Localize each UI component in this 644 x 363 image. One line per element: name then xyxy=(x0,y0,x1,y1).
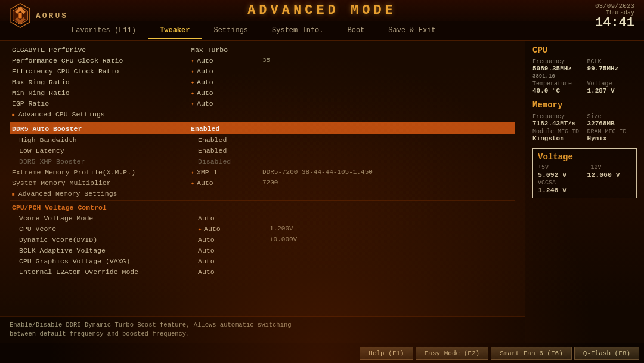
logo-text: AORUS xyxy=(36,11,68,20)
logo-area: AORUS xyxy=(7,2,68,29)
datetime-area: 03/09/2023 Thursday 14:41 xyxy=(595,2,634,30)
header-bar: AORUS ADVANCED MODE 03/09/2023 Thursday … xyxy=(0,0,644,21)
time-display: 14:41 xyxy=(595,16,634,30)
date-display: 03/09/2023 xyxy=(595,2,634,10)
header-title: ADVANCED MODE xyxy=(247,3,397,18)
svg-rect-2 xyxy=(18,13,21,19)
aorus-logo-icon xyxy=(7,2,33,29)
